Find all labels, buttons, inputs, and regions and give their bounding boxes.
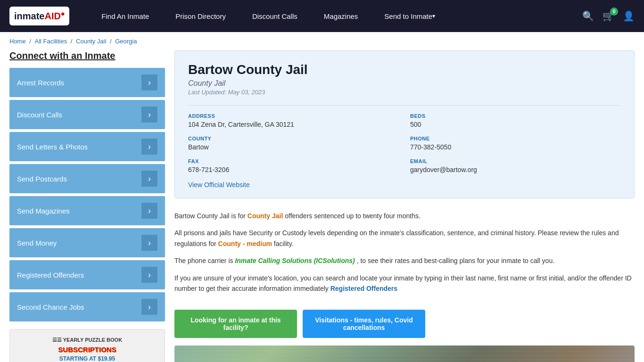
sidebar-item-label: Registered Offenders [17, 271, 84, 279]
search-icon[interactable]: 🔍 [582, 10, 594, 22]
email-value: garydover@bartow.org [410, 166, 621, 173]
fax-value: 678-721-3206 [188, 166, 399, 173]
info-county: COUNTY Bartow [188, 136, 399, 151]
fax-label: FAX [188, 158, 399, 164]
sidebar-item-registered-offenders[interactable]: Registered Offenders › [9, 260, 165, 289]
main-content: Bartow County Jail County Jail Last Upda… [174, 50, 635, 362]
sidebar-item-label: Send Magazines [17, 207, 70, 215]
sidebar-item-send-letters[interactable]: Send Letters & Photos › [9, 132, 165, 161]
sidebar-arrow-icon: › [141, 267, 157, 283]
breadcrumb-all-facilities[interactable]: All Facilities [35, 38, 67, 45]
sidebar-item-label: Send Postcards [17, 175, 67, 183]
desc-para-4: If you are unsure of your inmate's locat… [174, 273, 635, 294]
logo-dot: • [61, 8, 65, 21]
sidebar-item-label: Send Money [17, 239, 57, 247]
nav-discount-calls[interactable]: Discount Calls [239, 0, 311, 32]
logo-text: inmate [14, 11, 44, 22]
info-fax: FAX 678-721-3206 [188, 158, 399, 173]
navbar-links: Find An Inmate Prison Directory Discount… [88, 0, 582, 32]
sidebar-item-arrest-records[interactable]: Arrest Records › [9, 68, 165, 97]
ad-price: STARTING AT $19.95 [59, 355, 115, 362]
sidebar-arrow-icon: › [141, 139, 157, 155]
breadcrumb: Home / All Facilities / County Jail / Ge… [0, 32, 644, 50]
sidebar-arrow-icon: › [141, 203, 157, 219]
breadcrumb-county-jail[interactable]: County Jail [76, 38, 106, 45]
sidebar-arrow-icon: › [141, 171, 157, 187]
sidebar-item-second-chance-jobs[interactable]: Second Chance Jobs › [9, 292, 165, 321]
ad-puzzle-text: ☰☰ YEARLY PUZZLE BOOK [52, 337, 122, 344]
official-website-link[interactable]: View Official Website [188, 181, 250, 189]
info-email: EMAIL garydover@bartow.org [410, 158, 621, 173]
info-grid: ADDRESS 104 Zena Dr, Cartersville, GA 30… [188, 105, 621, 173]
navbar: inmate AID • Find An Inmate Prison Direc… [0, 0, 644, 32]
info-address: ADDRESS 104 Zena Dr, Cartersville, GA 30… [188, 113, 399, 128]
sidebar-arrow-icon: › [141, 299, 157, 315]
logo-aid: AID [44, 11, 60, 22]
address-value: 104 Zena Dr, Cartersville, GA 30121 [188, 121, 399, 128]
nav-find-inmate[interactable]: Find An Inmate [88, 0, 162, 32]
nav-magazines[interactable]: Magazines [311, 0, 372, 32]
sidebar-ad[interactable]: ☰☰ YEARLY PUZZLE BOOK SUBSCRIPTIONS STAR… [9, 329, 165, 362]
sidebar-item-send-magazines[interactable]: Send Magazines › [9, 196, 165, 225]
breadcrumb-home[interactable]: Home [9, 38, 26, 45]
desc-para-3: The phone carrier is Inmate Calling Solu… [174, 255, 635, 266]
county-medium-link[interactable]: County - medium [218, 240, 272, 247]
facility-name: Bartow County Jail [188, 62, 621, 77]
phone-value: 770-382-5050 [410, 143, 621, 151]
sidebar-item-send-money[interactable]: Send Money › [9, 228, 165, 257]
logo[interactable]: inmate AID • [9, 7, 69, 25]
sidebar-arrow-icon: › [141, 107, 157, 123]
cta-buttons: Looking for an inmate at this facility? … [174, 310, 635, 338]
sidebar-item-send-postcards[interactable]: Send Postcards › [9, 164, 165, 193]
official-link-container: View Official Website [188, 181, 621, 189]
sidebar-arrow-icon: › [141, 235, 157, 251]
visitations-button[interactable]: Visitations - times, rules, Covid cancel… [303, 310, 425, 338]
facility-type: County Jail [188, 79, 621, 88]
sidebar: Connect with an Inmate Arrest Records › … [9, 50, 165, 362]
sidebar-title: Connect with an Inmate [9, 50, 165, 61]
description: Bartow County Jail is for County Jail of… [174, 206, 635, 305]
sidebar-menu: Arrest Records › Discount Calls › Send L… [9, 68, 165, 321]
desc-para-2: All prisons and jails have Security or C… [174, 228, 635, 249]
beds-value: 500 [410, 121, 621, 128]
nav-prison-directory[interactable]: Prison Directory [162, 0, 239, 32]
navbar-icons: 🔍 🛒 0 👤 [582, 10, 635, 22]
sidebar-item-label: Send Letters & Photos [17, 143, 88, 151]
registered-offenders-link[interactable]: Registered Offenders [330, 285, 397, 292]
sidebar-arrow-icon: › [141, 74, 157, 90]
county-value: Bartow [188, 143, 399, 151]
beds-label: BEDS [410, 113, 621, 119]
county-jail-link-1[interactable]: County Jail [248, 212, 283, 220]
info-phone: PHONE 770-382-5050 [410, 136, 621, 151]
facility-updated: Last Updated: May 03, 2023 [188, 89, 621, 96]
desc-para-1: Bartow County Jail is for County Jail of… [174, 211, 635, 221]
breadcrumb-state[interactable]: Georgia [115, 38, 137, 45]
address-label: ADDRESS [188, 113, 399, 119]
ad-title: SUBSCRIPTIONS [58, 346, 116, 354]
sidebar-item-label: Discount Calls [17, 111, 62, 119]
county-label: COUNTY [188, 136, 399, 141]
info-beds: BEDS 500 [410, 113, 621, 128]
aerial-image [174, 346, 635, 362]
nav-send-to-inmate[interactable]: Send to Inmate [371, 0, 448, 32]
ics-link[interactable]: Inmate Calling Solutions (ICSolutions) [235, 257, 355, 264]
find-inmate-button[interactable]: Looking for an inmate at this facility? [174, 310, 297, 338]
sidebar-item-label: Second Chance Jobs [17, 303, 84, 311]
email-label: EMAIL [410, 158, 621, 164]
sidebar-item-label: Arrest Records [17, 79, 64, 87]
cart-badge: 0 [610, 8, 618, 16]
cart-icon[interactable]: 🛒 0 [603, 10, 614, 22]
main-layout: Connect with an Inmate Arrest Records › … [0, 50, 644, 362]
sidebar-item-discount-calls[interactable]: Discount Calls › [9, 100, 165, 129]
user-icon[interactable]: 👤 [623, 10, 635, 22]
phone-label: PHONE [410, 136, 621, 141]
facility-card: Bartow County Jail County Jail Last Upda… [174, 50, 635, 198]
